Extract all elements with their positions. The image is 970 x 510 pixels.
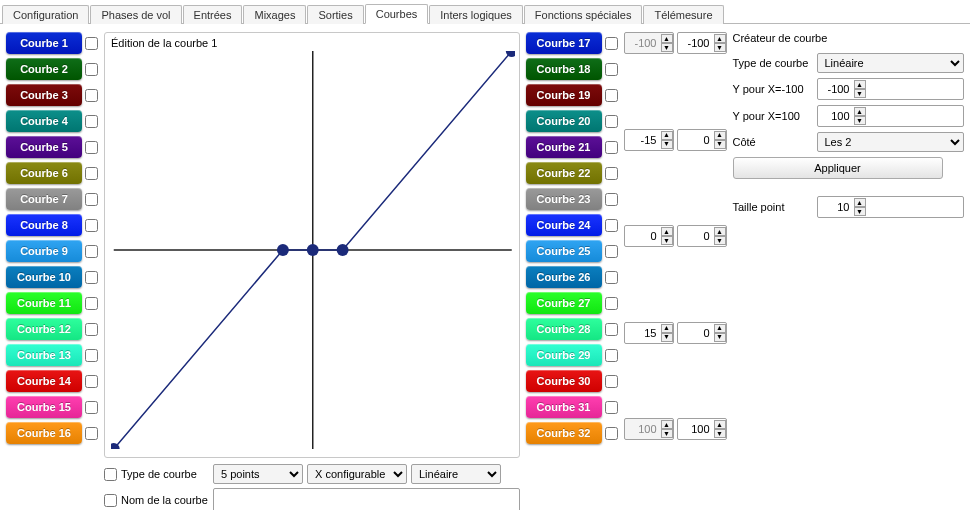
curve-plot-checkbox[interactable]	[605, 37, 618, 50]
spin-up-icon[interactable]: ▲	[714, 34, 726, 43]
curve-button[interactable]: Courbe 22	[526, 162, 602, 184]
curve-button[interactable]: Courbe 8	[6, 214, 82, 236]
curve-button[interactable]: Courbe 32	[526, 422, 602, 444]
curve-button[interactable]: Courbe 6	[6, 162, 82, 184]
curve-button[interactable]: Courbe 31	[526, 396, 602, 418]
curve-plot-checkbox[interactable]	[85, 401, 98, 414]
curve-plot-checkbox[interactable]	[85, 167, 98, 180]
apply-button[interactable]: Appliquer	[733, 157, 943, 179]
curve-button[interactable]: Courbe 13	[6, 344, 82, 366]
curve-button[interactable]: Courbe 9	[6, 240, 82, 262]
curve-name-input[interactable]	[213, 488, 520, 510]
spin-up-icon[interactable]: ▲	[661, 227, 673, 236]
point-x-spin[interactable]: ▲▼	[624, 322, 674, 344]
curve-button[interactable]: Courbe 3	[6, 84, 82, 106]
curve-button[interactable]: Courbe 14	[6, 370, 82, 392]
tab-fonctions-spéciales[interactable]: Fonctions spéciales	[524, 5, 643, 24]
curve-plot-checkbox[interactable]	[85, 323, 98, 336]
spin-down-icon[interactable]: ▼	[854, 116, 866, 125]
curve-plot-checkbox[interactable]	[85, 63, 98, 76]
curve-plot-checkbox[interactable]	[605, 63, 618, 76]
tab-courbes[interactable]: Courbes	[365, 4, 429, 24]
curve-plot-checkbox[interactable]	[605, 193, 618, 206]
curve-button[interactable]: Courbe 15	[6, 396, 82, 418]
pointsize-spin[interactable]: ▲▼	[817, 196, 965, 218]
spin-down-icon[interactable]: ▼	[714, 43, 726, 52]
curve-button[interactable]: Courbe 21	[526, 136, 602, 158]
curve-button[interactable]: Courbe 24	[526, 214, 602, 236]
curve-plot-checkbox[interactable]	[85, 193, 98, 206]
curve-point[interactable]	[337, 244, 349, 256]
curve-plot-checkbox[interactable]	[605, 245, 618, 258]
curve-button[interactable]: Courbe 28	[526, 318, 602, 340]
creator-type-select[interactable]: Linéaire	[817, 53, 965, 73]
curve-button[interactable]: Courbe 27	[526, 292, 602, 314]
curve-plot-checkbox[interactable]	[605, 271, 618, 284]
spin-up-icon[interactable]: ▲	[714, 420, 726, 429]
spin-up-icon[interactable]: ▲	[854, 107, 866, 116]
curve-button[interactable]: Courbe 18	[526, 58, 602, 80]
spin-down-icon[interactable]: ▼	[714, 429, 726, 438]
curve-plot-checkbox[interactable]	[605, 401, 618, 414]
yplus-spin[interactable]: ▲▼	[817, 105, 965, 127]
curve-button[interactable]: Courbe 7	[6, 188, 82, 210]
curve-button[interactable]: Courbe 2	[6, 58, 82, 80]
curve-name-check[interactable]	[104, 494, 117, 507]
curve-plot-checkbox[interactable]	[605, 89, 618, 102]
spin-down-icon[interactable]: ▼	[714, 236, 726, 245]
curve-plot-checkbox[interactable]	[605, 375, 618, 388]
spin-up-icon[interactable]: ▲	[714, 324, 726, 333]
curve-plot-checkbox[interactable]	[85, 219, 98, 232]
curve-button[interactable]: Courbe 5	[6, 136, 82, 158]
curve-button[interactable]: Courbe 1	[6, 32, 82, 54]
spin-down-icon[interactable]: ▼	[661, 140, 673, 149]
spin-down-icon[interactable]: ▼	[714, 140, 726, 149]
curve-points-select[interactable]: 5 points	[213, 464, 303, 484]
point-y-spin[interactable]: ▲▼	[677, 225, 727, 247]
curve-type-check[interactable]	[104, 468, 117, 481]
spin-down-icon[interactable]: ▼	[854, 89, 866, 98]
spin-up-icon[interactable]: ▲	[714, 227, 726, 236]
point-y-spin[interactable]: ▲▼	[677, 129, 727, 151]
curve-plot-checkbox[interactable]	[85, 89, 98, 102]
curve-button[interactable]: Courbe 19	[526, 84, 602, 106]
curve-button[interactable]: Courbe 4	[6, 110, 82, 132]
curve-button[interactable]: Courbe 10	[6, 266, 82, 288]
tab-mixages[interactable]: Mixages	[243, 5, 306, 24]
curve-button[interactable]: Courbe 30	[526, 370, 602, 392]
curve-plot-checkbox[interactable]	[85, 245, 98, 258]
curve-plot-checkbox[interactable]	[605, 297, 618, 310]
x-mode-select[interactable]: X configurable	[307, 464, 407, 484]
point-x-spin[interactable]: ▲▼	[624, 129, 674, 151]
curve-plot-checkbox[interactable]	[605, 219, 618, 232]
spin-up-icon[interactable]: ▲	[661, 324, 673, 333]
curve-button[interactable]: Courbe 12	[6, 318, 82, 340]
curve-button[interactable]: Courbe 25	[526, 240, 602, 262]
curve-point[interactable]	[307, 244, 319, 256]
curve-point[interactable]	[277, 244, 289, 256]
curve-plot-checkbox[interactable]	[605, 167, 618, 180]
curve-button[interactable]: Courbe 17	[526, 32, 602, 54]
spin-down-icon[interactable]: ▼	[661, 236, 673, 245]
spin-down-icon[interactable]: ▼	[854, 207, 866, 216]
curve-button[interactable]: Courbe 11	[6, 292, 82, 314]
curve-plot-checkbox[interactable]	[85, 375, 98, 388]
spin-up-icon[interactable]: ▲	[854, 80, 866, 89]
tab-sorties[interactable]: Sorties	[307, 5, 363, 24]
point-y-spin[interactable]: ▲▼	[677, 322, 727, 344]
tab-entrées[interactable]: Entrées	[183, 5, 243, 24]
curve-plot-checkbox[interactable]	[605, 323, 618, 336]
tab-configuration[interactable]: Configuration	[2, 5, 89, 24]
tab-télémesure[interactable]: Télémesure	[643, 5, 723, 24]
point-x-spin[interactable]: ▲▼	[624, 225, 674, 247]
curve-button[interactable]: Courbe 26	[526, 266, 602, 288]
curve-plot-checkbox[interactable]	[85, 115, 98, 128]
curve-plot-checkbox[interactable]	[605, 349, 618, 362]
curve-plot-checkbox[interactable]	[605, 141, 618, 154]
curve-button[interactable]: Courbe 16	[6, 422, 82, 444]
spin-down-icon[interactable]: ▼	[661, 333, 673, 342]
curve-plot-checkbox[interactable]	[85, 37, 98, 50]
smoothing-select[interactable]: Linéaire	[411, 464, 501, 484]
spin-up-icon[interactable]: ▲	[714, 131, 726, 140]
curve-plot-checkbox[interactable]	[85, 349, 98, 362]
